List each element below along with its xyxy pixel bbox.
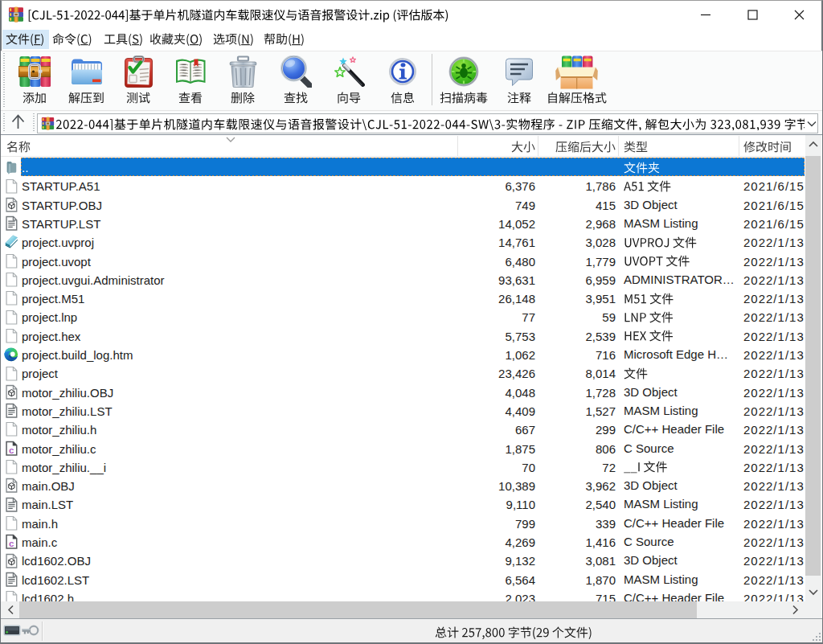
svg-text:c: c [9, 539, 14, 548]
svg-text:c: c [9, 445, 14, 454]
